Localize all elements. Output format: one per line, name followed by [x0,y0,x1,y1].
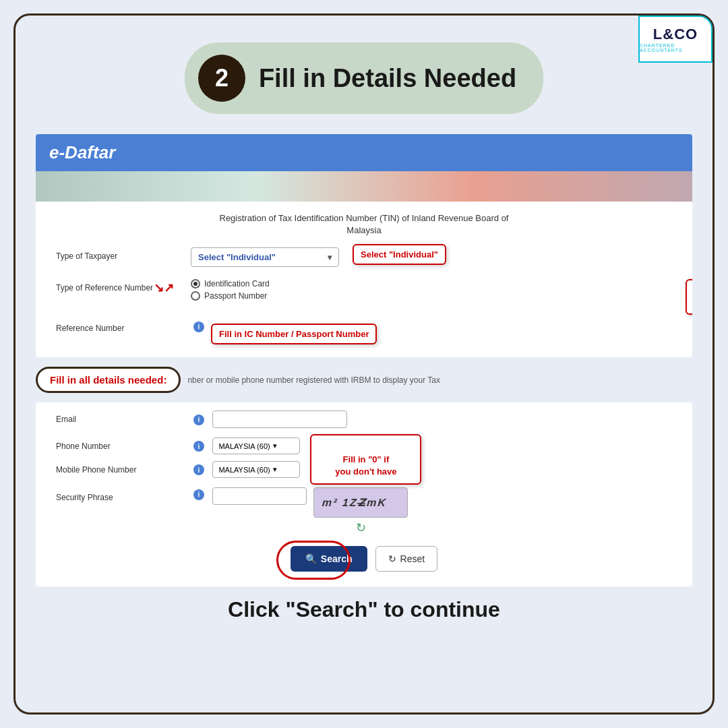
logo-box: L&CO CHARTERED ACCOUNTANTS [638,16,712,63]
mobile-info-icon: i [193,464,204,475]
security-input[interactable] [212,487,307,505]
reference-info-icon: i [193,322,204,332]
annotation-ref: Select your registered reference number … [686,279,692,314]
fill-all-pill: Fill in all details needed: [36,367,181,393]
phone-chevron-icon: ▾ [273,442,277,450]
refresh-captcha-icon[interactable]: ↻ [356,520,366,535]
reference-number-row: Reference Number i Fill in IC Number / P… [56,320,672,333]
form-section-2: Email i Phone Number i MALAYSIA (60) ▾ F… [36,402,692,586]
arrows-annotation: ↘ ↗ [154,280,174,295]
step-title: Fill in Details Needed [259,64,516,93]
captcha-image: m² 1ZZ̶mK [313,487,408,518]
email-row: Email i [56,411,672,428]
radio-ic-dot[interactable] [191,279,200,289]
email-info-icon: i [193,415,204,425]
outer-frame: L&CO CHARTERED ACCOUNTANTS 2 Fill in Det… [13,13,715,715]
taxpayer-select-label: Select "Individual" [198,252,276,262]
radio-group: Identification Card Passport Number [191,279,672,301]
ref-number-row: Type of Reference Number ↘ ↗ Identificat… [56,279,672,301]
phone-info-icon: i [193,441,204,452]
radio-passport[interactable]: Passport Number [191,291,672,301]
annotation-select-individual: Select "Individual" [353,244,446,265]
arrow-right-icon: ↘ [154,280,164,295]
radio-ic[interactable]: Identification Card [191,279,672,289]
search-button[interactable]: 🔍 Search [291,546,367,572]
taxpayer-row: Type of Taxpayer Select "Individual" ▾ S… [56,247,672,267]
fill-all-banner: Fill in all details needed: nber or mobi… [36,363,692,397]
mobile-control: i MALAYSIA (60) ▾ [191,461,672,478]
fill-all-context: nber or mobile phone number registered w… [187,375,440,385]
mobile-label: Mobile Phone Number [56,461,191,475]
edaftar-header: e-Daftar [36,134,692,171]
phone-control: i MALAYSIA (60) ▾ Fill in "0" if you don… [191,437,672,454]
arrow-right2-icon: ↗ [164,280,174,295]
security-control: i m² 1ZZ̶mK ↻ [191,487,672,535]
annotation-zero: Fill in "0" if you don't have [310,434,421,485]
form-area: Registration of Tax Identification Numbe… [36,202,692,357]
mobile-chevron-icon: ▾ [273,465,277,474]
taxpayer-select[interactable]: Select "Individual" ▾ [191,247,339,267]
reference-control: i Fill in IC Number / Passport Number [191,320,672,332]
radio-passport-label: Passport Number [204,291,267,301]
ref-control: ↘ ↗ Identification Card Passport Number [191,279,672,301]
phone-row: Phone Number i MALAYSIA (60) ▾ Fill in "… [56,437,672,454]
security-info-icon: i [193,489,204,500]
radio-passport-dot[interactable] [191,291,200,301]
edaftar-banner [36,171,692,202]
phone-label: Phone Number [56,437,191,451]
security-row: Security Phrase i m² 1ZZ̶mK ↻ [56,487,672,535]
bottom-text: Click "Search" to continue [29,597,699,629]
form-title: Registration of Tax Identification Numbe… [56,212,672,237]
email-input[interactable] [212,411,347,428]
taxpayer-control: Select "Individual" ▾ Select "Individual… [191,247,672,267]
reset-button[interactable]: ↻ Reset [375,546,438,572]
email-label: Email [56,411,191,424]
chevron-down-icon: ▾ [328,253,332,262]
search-button-label: Search [321,553,353,564]
step-pill: 2 Fill in Details Needed [185,42,543,114]
buttons-area: 🔍 Search ↻ Reset [56,546,672,572]
step-number: 2 [198,55,245,102]
search-icon: 🔍 [305,553,317,564]
radio-ic-label: Identification Card [204,279,270,289]
mobile-country-select[interactable]: MALAYSIA (60) ▾ [212,461,300,478]
reset-button-label: Reset [400,553,425,564]
phone-country-label: MALAYSIA (60) [218,442,270,450]
security-label: Security Phrase [56,487,191,502]
reference-number-label: Reference Number [56,320,191,333]
edaftar-container: e-Daftar Registration of Tax Identificat… [36,134,692,357]
phone-country-select[interactable]: MALAYSIA (60) ▾ [212,437,300,454]
annotation-ic: Fill in IC Number / Passport Number [211,324,377,344]
logo-main: L&CO [653,26,698,43]
logo-sub: CHARTERED ACCOUNTANTS [640,43,711,53]
email-control: i [191,411,672,428]
taxpayer-label: Type of Taxpayer [56,247,191,261]
step-header: 2 Fill in Details Needed [29,42,699,114]
mobile-country-label: MALAYSIA (60) [218,466,270,474]
reset-icon: ↻ [388,553,396,564]
